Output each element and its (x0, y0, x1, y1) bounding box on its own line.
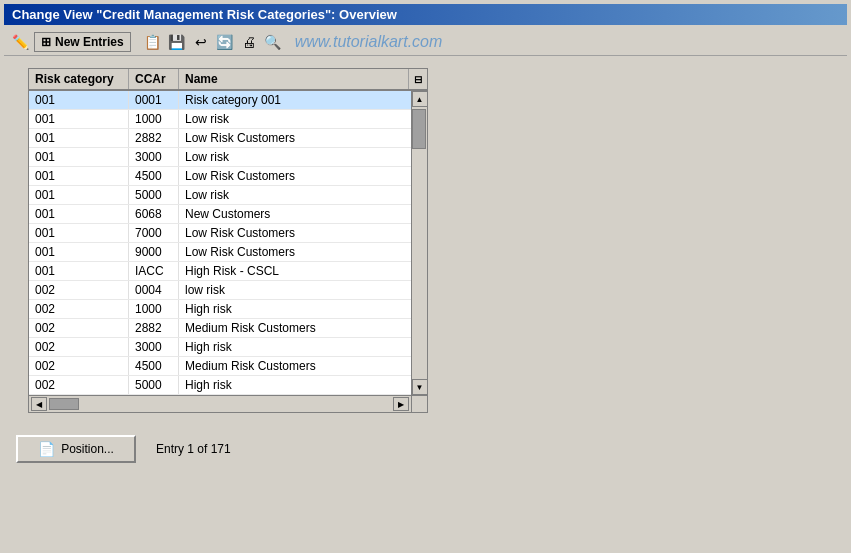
toolbar: ✏️ ⊞ New Entries 📋 💾 ↩ 🔄 🖨 🔍 www.tutoria… (4, 29, 847, 56)
cell-ccar: 4500 (129, 357, 179, 375)
table-rows: 001 0001 Risk category 001 001 1000 Low … (29, 91, 411, 395)
cell-risk-category: 001 (29, 205, 129, 223)
vertical-scrollbar[interactable]: ▲ ▼ (411, 91, 427, 395)
cell-ccar: 9000 (129, 243, 179, 261)
table-header: Risk category CCAr Name ⊟ (29, 69, 427, 91)
new-entries-label: New Entries (55, 35, 124, 49)
table-row[interactable]: 001 4500 Low Risk Customers (29, 167, 411, 186)
cell-ccar: 0004 (129, 281, 179, 299)
cell-name: New Customers (179, 205, 411, 223)
new-entries-icon: ⊞ (41, 35, 51, 49)
table-row[interactable]: 002 4500 Medium Risk Customers (29, 357, 411, 376)
cell-risk-category: 002 (29, 376, 129, 394)
scroll-up-arrow[interactable]: ▲ (412, 91, 428, 107)
cell-ccar: 6068 (129, 205, 179, 223)
table-row[interactable]: 001 3000 Low risk (29, 148, 411, 167)
find-icon[interactable]: 🔍 (263, 32, 283, 52)
scroll-thumb-h[interactable] (49, 398, 79, 410)
cell-risk-category: 001 (29, 262, 129, 280)
position-icon: 📄 (38, 441, 55, 457)
cell-ccar: 2882 (129, 319, 179, 337)
cell-name: Low Risk Customers (179, 224, 411, 242)
cell-risk-category: 001 (29, 243, 129, 261)
table-row[interactable]: 001 7000 Low Risk Customers (29, 224, 411, 243)
position-button-label: Position... (61, 442, 114, 456)
cell-ccar: IACC (129, 262, 179, 280)
cell-name: Low Risk Customers (179, 167, 411, 185)
table-row[interactable]: 002 5000 High risk (29, 376, 411, 395)
table-row[interactable]: 002 1000 High risk (29, 300, 411, 319)
cell-name: Medium Risk Customers (179, 357, 411, 375)
cell-ccar: 1000 (129, 300, 179, 318)
cell-ccar: 4500 (129, 167, 179, 185)
cell-risk-category: 002 (29, 338, 129, 356)
cell-ccar: 1000 (129, 110, 179, 128)
table-row[interactable]: 002 3000 High risk (29, 338, 411, 357)
position-button[interactable]: 📄 Position... (16, 435, 136, 463)
table-row[interactable]: 001 9000 Low Risk Customers (29, 243, 411, 262)
cell-name: low risk (179, 281, 411, 299)
copy-icon[interactable]: 📋 (143, 32, 163, 52)
cell-risk-category: 001 (29, 91, 129, 109)
cell-name: Low risk (179, 148, 411, 166)
cell-name: Low risk (179, 186, 411, 204)
table-row[interactable]: 001 2882 Low Risk Customers (29, 129, 411, 148)
cell-ccar: 7000 (129, 224, 179, 242)
table-row[interactable]: 001 6068 New Customers (29, 205, 411, 224)
cell-name: Low Risk Customers (179, 129, 411, 147)
scroll-track-v[interactable] (412, 107, 427, 379)
cell-ccar: 3000 (129, 148, 179, 166)
window-title: Change View "Credit Management Risk Cate… (12, 7, 397, 22)
table-row[interactable]: 001 IACC High Risk - CSCL (29, 262, 411, 281)
table-row[interactable]: 002 2882 Medium Risk Customers (29, 319, 411, 338)
refresh-icon[interactable]: 🔄 (215, 32, 235, 52)
col-resize-handle[interactable]: ⊟ (409, 69, 427, 89)
table-row[interactable]: 001 1000 Low risk (29, 110, 411, 129)
entry-info: Entry 1 of 171 (156, 442, 231, 456)
cell-ccar: 5000 (129, 186, 179, 204)
scroll-right-arrow[interactable]: ▶ (393, 397, 409, 411)
cell-risk-category: 001 (29, 129, 129, 147)
scroll-left-arrow[interactable]: ◀ (31, 397, 47, 411)
scroll-corner (411, 396, 427, 412)
cell-name: High risk (179, 300, 411, 318)
cell-risk-category: 001 (29, 148, 129, 166)
edit-icon[interactable]: ✏️ (10, 32, 30, 52)
cell-name: High risk (179, 338, 411, 356)
col-header-name: Name (179, 69, 409, 89)
cell-name: High risk (179, 376, 411, 394)
table-body-container: 001 0001 Risk category 001 001 1000 Low … (29, 91, 427, 395)
cell-risk-category: 002 (29, 319, 129, 337)
print-icon[interactable]: 🖨 (239, 32, 259, 52)
content-area: Risk category CCAr Name ⊟ 001 (4, 62, 847, 419)
cell-name: High Risk - CSCL (179, 262, 411, 280)
cell-risk-category: 001 (29, 167, 129, 185)
horizontal-scrollbar[interactable]: ◀ ▶ (29, 396, 411, 412)
horizontal-scrollbar-container: ◀ ▶ (29, 395, 427, 412)
table-row[interactable]: 002 0004 low risk (29, 281, 411, 300)
col-header-ccar: CCAr (129, 69, 179, 89)
save-icon[interactable]: 💾 (167, 32, 187, 52)
scroll-down-arrow[interactable]: ▼ (412, 379, 428, 395)
new-entries-button[interactable]: ⊞ New Entries (34, 32, 131, 52)
table-row[interactable]: 001 5000 Low risk (29, 186, 411, 205)
resize-icon: ⊟ (414, 74, 422, 85)
undo-icon[interactable]: ↩ (191, 32, 211, 52)
table-row[interactable]: 001 0001 Risk category 001 (29, 91, 411, 110)
cell-risk-category: 002 (29, 357, 129, 375)
col-header-risk-category: Risk category (29, 69, 129, 89)
cell-name: Low risk (179, 110, 411, 128)
main-window: Change View "Credit Management Risk Cate… (0, 0, 851, 553)
footer: 📄 Position... Entry 1 of 171 (16, 435, 847, 463)
cell-ccar: 3000 (129, 338, 179, 356)
cell-ccar: 0001 (129, 91, 179, 109)
title-bar: Change View "Credit Management Risk Cate… (4, 4, 847, 25)
cell-name: Low Risk Customers (179, 243, 411, 261)
cell-ccar: 2882 (129, 129, 179, 147)
cell-risk-category: 001 (29, 224, 129, 242)
cell-risk-category: 002 (29, 281, 129, 299)
cell-name: Medium Risk Customers (179, 319, 411, 337)
cell-ccar: 5000 (129, 376, 179, 394)
data-table: Risk category CCAr Name ⊟ 001 (28, 68, 428, 413)
scroll-thumb-v[interactable] (412, 109, 426, 149)
